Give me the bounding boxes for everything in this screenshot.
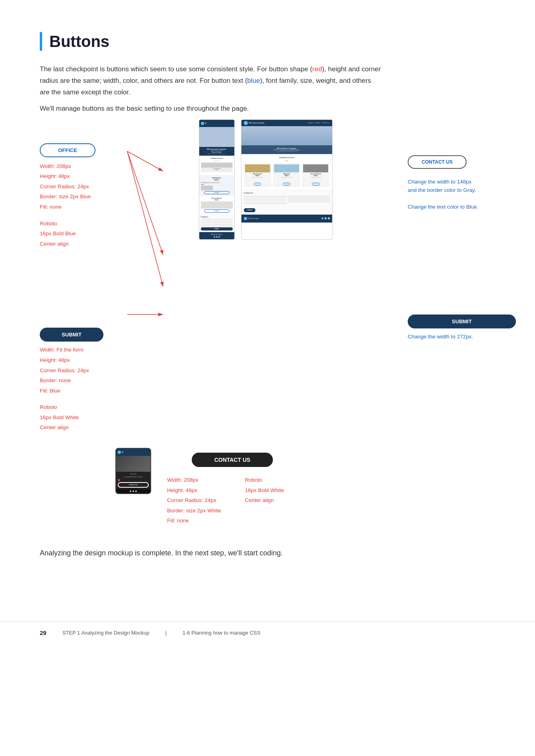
mobile-contact: Contact Us SUBMIT	[199, 214, 234, 232]
mobile-mockup: BB BB Assistant Company 20 Years of Expe…	[199, 119, 235, 240]
intro-paragraph-2: We'll manage buttons as the basic settin…	[40, 103, 382, 115]
mobile-services: Assistant Services Subtitle text Office …	[199, 156, 234, 175]
contact-btn-dark: CONTACT US	[118, 482, 149, 488]
right-annotation-1: Change the width to 148px	[408, 178, 495, 186]
blue-accent-bar	[40, 32, 42, 51]
page-footer: 29 STEP 1 Analyzing the Design Mockup | …	[0, 621, 535, 644]
annotation-radius: Corner Radius: 24px	[40, 182, 123, 191]
submit-annotation-border: Border: none	[40, 376, 123, 385]
svg-line-3	[127, 151, 163, 287]
mobile-header: BB	[199, 120, 234, 127]
annotation-font-size-1: 16px Bold Blue	[40, 229, 123, 238]
left-office-annotation-group: Width: 208px Height: 48px Corner Radius:…	[40, 162, 123, 211]
left-annotations: OFFICE Width: 208px Height: 48px Corner …	[40, 119, 123, 440]
mobile-surveys: Surveys & ResearchSupport CONTACT	[199, 196, 234, 214]
bottom-ann-align: Center align	[245, 496, 284, 505]
right-submit-area: SUBMIT Change the width to 272px.	[408, 315, 495, 341]
mobile-dark-header: BB	[116, 449, 150, 456]
right-text-annotation: Change the text color to Blue.	[408, 203, 495, 211]
page-container: Buttons The last checkpoint is buttons w…	[0, 0, 535, 597]
bottom-right-annotations: Roboto 16px Bold White Center align	[245, 476, 284, 533]
closing-text: Analyzing the design mockup is complete.…	[40, 549, 495, 557]
desktop-nav: ABOUT US PRIVACY CONTACT US	[308, 122, 329, 124]
submit-annotation-fill: Fill: Blue	[40, 387, 123, 395]
contact-us-button-demo: CONTACT US	[408, 155, 467, 169]
bottom-ann-border: Border: size 2px White	[167, 506, 221, 515]
submit-button-right-demo: SUBMIT	[408, 315, 516, 328]
right-annotation-3: Change the text color to Blue.	[408, 203, 495, 211]
mobile-dark-mockup: BB Service Title Lorem ipsum dolor sit a…	[115, 448, 151, 494]
bottom-ann-height: Height: 48px	[167, 486, 221, 495]
mobile-company-bar: BB Assistant Company 20 Years of Experie…	[199, 147, 234, 156]
svg-line-2	[127, 151, 163, 255]
mobile-footer: BB Assistant Company	[199, 232, 234, 239]
bottom-ann-radius: Corner Radius: 24px	[167, 496, 221, 505]
center-mockups: BB BB Assistant Company 20 Years of Expe…	[123, 119, 408, 240]
office-button-demo: OFFICE	[40, 143, 95, 157]
footer-topic: 1-6 Planning how to manage CSS	[183, 630, 261, 636]
bottom-annotation-columns: Width: 208px Height: 48px Corner Radius:…	[167, 476, 284, 533]
annotation-height: Height: 48px	[40, 172, 123, 181]
bottom-annotations: CONTACT US Width: 208px Height: 48px Cor…	[167, 448, 284, 533]
bottom-mockup-area: BB Service Title Lorem ipsum dolor sit a…	[40, 448, 495, 533]
desktop-mockup: BB Assistant Company ABOUT US PRIVACY CO…	[241, 119, 333, 240]
bottom-ann-fill: Fill: none	[167, 516, 221, 525]
footer-separator: |	[165, 630, 166, 636]
bottom-ann-width: Width: 208px	[167, 476, 221, 484]
mobile-dark-content: Service Title Lorem ipsum dolor sit amet…	[116, 472, 150, 489]
diagram-wrapper: OFFICE Width: 208px Height: 48px Corner …	[40, 119, 495, 533]
contact-us-dark-button-demo: CONTACT US	[191, 452, 274, 468]
left-office-font-group: Roboto 16px Bold Blue Center align	[40, 219, 123, 248]
submit-annotation-height: Height: 48px	[40, 356, 123, 365]
desktop-services: Assistant Services Subtitle Office Opera…	[241, 154, 332, 189]
submit-font-family: Roboto	[40, 403, 123, 412]
main-diagram: OFFICE Width: 208px Height: 48px Corner …	[40, 119, 495, 440]
text-blue-1: blue	[247, 77, 260, 84]
submit-align: Center align	[40, 423, 123, 432]
mobile-dark-footer	[116, 489, 150, 493]
bottom-left-annotations: Width: 208px Height: 48px Corner Radius:…	[167, 476, 221, 533]
submit-button-demo: SUBMIT	[40, 328, 103, 342]
submit-annotation-width: Width: Fit the form	[40, 346, 123, 354]
bottom-ann-font: Roboto	[245, 476, 284, 484]
svg-line-1	[127, 151, 163, 171]
annotation-fill: Fill: none	[40, 203, 123, 211]
annotation-border: Border: size 2px Blue	[40, 192, 123, 201]
desktop-hero: BB Assistant Company 20 Years of Experie…	[241, 126, 332, 154]
footer-page-number: 29	[40, 629, 47, 636]
right-annotations: CONTACT US Change the width to 148px and…	[408, 119, 495, 341]
section-title: Buttons	[49, 33, 109, 51]
intro-paragraph-1: The last checkpoint is buttons which see…	[40, 64, 382, 98]
desktop-header: BB Assistant Company ABOUT US PRIVACY CO…	[241, 120, 332, 126]
mobile-hero-image	[199, 127, 234, 147]
mobile-management: ManagementSupport Lorem ipsum dolor sit …	[199, 175, 234, 196]
desktop-contact: Contact Us SUBMIT	[241, 189, 332, 215]
submit-font-size: 16px Bold White	[40, 413, 123, 422]
left-submit-font-group: Roboto 16px Bold White Center align	[40, 403, 123, 432]
left-submit-annotation-group: Width: Fit the form Height: 48px Corner …	[40, 346, 123, 395]
annotation-font-family-1: Roboto	[40, 219, 123, 228]
right-submit-annotation: Change the width to 272px.	[408, 332, 495, 341]
desktop-submit-btn: SUBMIT	[244, 208, 256, 212]
text-red-1: red	[312, 65, 322, 73]
footer-step: STEP 1 Analyzing the Design Mockup	[62, 630, 150, 636]
mobile-dark-hero	[116, 456, 150, 472]
section-title-bar: Buttons	[40, 32, 495, 51]
submit-annotation-radius: Corner Radius: 24px	[40, 366, 123, 375]
right-annotation-2: and the border color to Gray.	[408, 186, 495, 195]
annotation-align-1: Center align	[40, 240, 123, 248]
right-contact-annotation: Change the width to 148px and the border…	[408, 178, 495, 195]
desktop-footer: BB Assistant Company	[241, 215, 332, 223]
bottom-ann-fontsize: 16px Bold White	[245, 486, 284, 495]
annotation-width: Width: 208px	[40, 162, 123, 171]
